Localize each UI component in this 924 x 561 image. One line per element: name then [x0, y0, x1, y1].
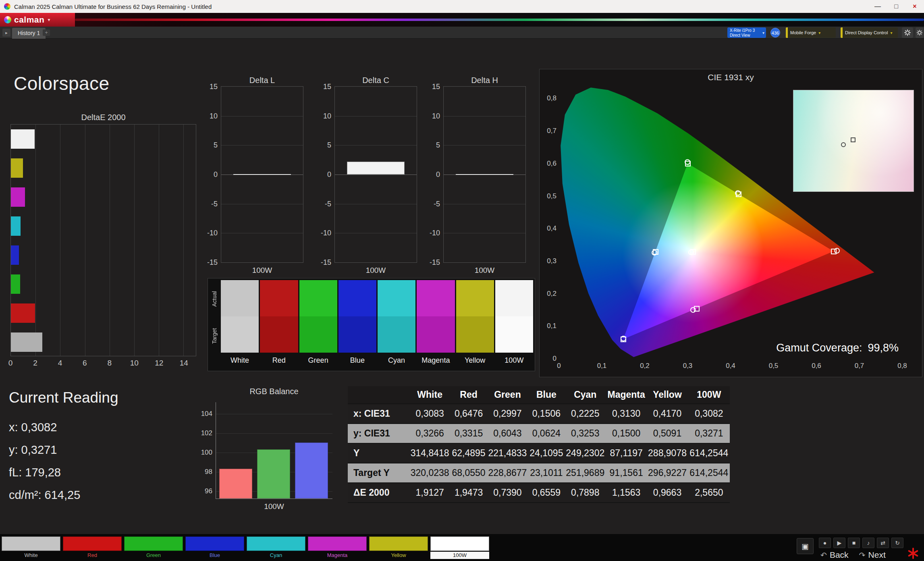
chart-title: Delta L [221, 76, 303, 85]
table-cell: 320,0238 [409, 463, 451, 483]
pattern-source-button[interactable]: Mobile Forge▾ [786, 27, 836, 38]
y-tick-label: -10 [430, 229, 440, 237]
table-cell: 87,1197 [606, 443, 646, 463]
x-tick-label: 12 [155, 359, 163, 368]
patch-green: Green [299, 280, 337, 369]
meter-line2: Direct View [730, 33, 760, 38]
y-tick-label: 5 [327, 141, 331, 150]
delta-charts: Delta L151050-5-10-15100WDelta C151050-5… [221, 76, 527, 281]
measured-marker [735, 190, 741, 196]
deltae-bar-red [11, 303, 35, 323]
table-row: y: CIE310,32660,33150,60430,06240,32530,… [348, 424, 730, 443]
deltae-chart-plot [10, 124, 196, 356]
table-cell: 0,5091 [646, 424, 688, 443]
audio-icon[interactable]: ♪ [862, 538, 874, 548]
brand-name: calman [14, 15, 44, 25]
display-pattern-button[interactable]: ▣ [797, 538, 814, 554]
chevron-down-icon: ▾ [762, 31, 764, 35]
rgb-bar-red [219, 469, 252, 499]
meter-button[interactable]: X-Rite i1Pro 3 Direct View ▾ [727, 27, 766, 38]
swatch-strip-row-labels: Actual Target [210, 280, 221, 369]
patch-label: Yellow [456, 353, 494, 368]
x-tick-label: 10 [130, 359, 139, 368]
patch-button-white[interactable]: White [2, 536, 60, 559]
settings-button[interactable] [902, 27, 913, 38]
actual-swatch [456, 280, 494, 316]
table-cell: 614,2544 [688, 463, 730, 483]
table-cell: 251,9689 [565, 463, 606, 483]
table-cell: 62,4895 [451, 443, 487, 463]
table-cell: 0,1506 [528, 404, 565, 424]
add-tab-button[interactable]: + [43, 29, 50, 36]
patch-color [63, 536, 122, 551]
deltae-bar-green [11, 274, 20, 294]
patch-button-red[interactable]: Red [63, 536, 122, 559]
app-icon [4, 3, 10, 10]
stop-icon[interactable]: ■ [848, 538, 860, 548]
tab-history-1[interactable]: History 1 [12, 28, 46, 39]
maximize-button[interactable]: □ [887, 0, 905, 13]
measured-marker [685, 159, 690, 165]
display-control-button[interactable]: Direct Display Control▾ [841, 27, 898, 38]
next-button[interactable]: ↷ Next [859, 550, 886, 560]
table-cell: 314,8418 [409, 443, 451, 463]
patch-button-label: Green [124, 552, 183, 559]
deltae-xlabels: 02468101214 [10, 359, 196, 368]
x-tick-label: 0,5 [769, 362, 779, 370]
patch-white: White [221, 280, 259, 369]
measured-marker [621, 336, 626, 341]
measured-marker [690, 307, 696, 313]
meter-count-badge: 436 [770, 28, 780, 37]
back-button[interactable]: ↶ Back [820, 550, 849, 560]
table-cell: 0,6476 [451, 404, 487, 424]
patch-label: Magenta [417, 353, 455, 368]
options-button[interactable] [916, 27, 924, 38]
patch-button-green[interactable]: Green [124, 536, 183, 559]
deltae-bar-blue [11, 245, 19, 265]
patch-button-cyan[interactable]: Cyan [247, 536, 305, 559]
measurement-table: WhiteRedGreenBlueCyanMagentaYellow100Wx:… [348, 386, 730, 503]
patch-blue: Blue [338, 280, 376, 369]
gamut-coverage-value: 99,8% [868, 342, 899, 354]
target-swatch [378, 316, 415, 353]
patch-button-magenta[interactable]: Magenta [308, 536, 367, 559]
y-tick-label: 0,2 [540, 290, 556, 298]
gridline [444, 233, 525, 233]
tab-scroll-button[interactable]: ▸ [2, 29, 10, 37]
record-icon[interactable]: ● [819, 538, 831, 548]
patch-button-blue[interactable]: Blue [185, 536, 244, 559]
workflow-alert-icon[interactable] [907, 548, 919, 559]
patch-button-label: Cyan [247, 552, 305, 559]
calman-app: Calman 2025 Calman Ultimate for Business… [0, 0, 924, 561]
patch-button-yellow[interactable]: Yellow [369, 536, 428, 559]
target-swatch [299, 316, 337, 353]
y-tick-label: 0,5 [540, 192, 556, 200]
table-cell: 0,6559 [528, 483, 565, 503]
table-cell: 68,0550 [451, 463, 487, 483]
table-cell: 2,5650 [688, 483, 730, 503]
row-label: x: CIE31 [348, 404, 409, 424]
loop-icon[interactable]: ⇄ [877, 538, 889, 548]
close-button[interactable]: × [905, 0, 924, 13]
patch-button-label: White [2, 552, 60, 559]
actual-swatch [417, 280, 455, 316]
table-cell: 249,2302 [565, 443, 606, 463]
window-title: Calman 2025 Calman Ultimate for Business… [14, 3, 212, 10]
back-icon: ↶ [820, 551, 827, 560]
deltae-bar-yellow [11, 158, 23, 178]
column-header: Yellow [646, 386, 688, 404]
refresh-icon[interactable]: ↻ [891, 538, 903, 548]
calman-logo-icon [4, 16, 11, 23]
gridline [85, 125, 85, 356]
x-tick-label: 4 [58, 359, 62, 368]
pattern-source-label: Mobile Forge [790, 30, 816, 35]
calman-menu-button[interactable]: calman ▾ [0, 13, 75, 27]
y-tick-label: 0 [436, 170, 440, 179]
inset-measured-marker [841, 142, 846, 147]
patch-button-100w[interactable]: 100W [430, 536, 489, 559]
x-tick-label: 0 [8, 359, 13, 368]
table-cell: 0,4170 [646, 404, 688, 424]
minimize-button[interactable]: — [868, 0, 887, 13]
play-icon[interactable]: ▶ [833, 538, 845, 548]
y-tick-label: 0 [327, 170, 331, 179]
